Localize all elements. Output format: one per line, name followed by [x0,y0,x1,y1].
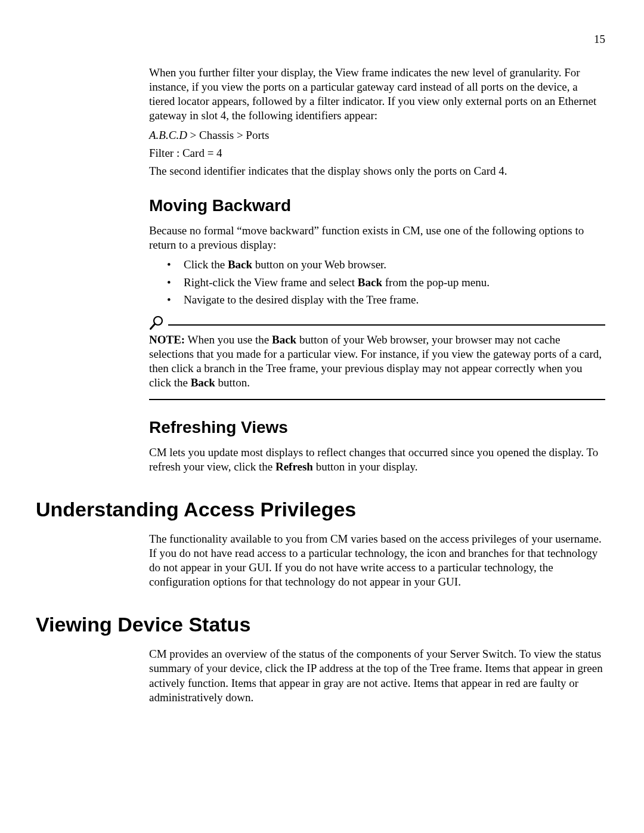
magnifier-icon [149,315,165,330]
bullet-text: Navigate to the desired display with the… [184,293,419,306]
heading-access-privileges: Understanding Access Privileges [36,498,608,521]
refresh-post: button in your display. [313,460,418,473]
device-status-block: CM provides an overview of the status of… [149,647,605,705]
bullet-text-post: button on your Web browser. [252,258,386,271]
note-label: NOTE: [149,333,185,346]
moving-backward-section: Moving Backward Because no formal “move … [149,196,605,474]
page: 15 When you further filter your display,… [0,0,644,833]
note-seg3: button. [215,376,250,389]
note-text: NOTE: When you use the Back button of yo… [149,333,605,391]
bullet-text-bold: Back [228,258,252,271]
locator-line: A.B.C.D > Chassis > Ports [149,128,605,143]
note-rule-bottom [149,399,605,400]
note-bold1: Back [272,333,296,346]
heading-device-status: Viewing Device Status [36,613,608,636]
moving-backward-intro: Because no formal “move backward” functi… [149,224,605,252]
bullet-text-bold: Back [358,276,382,289]
page-content: When you further filter your display, th… [36,66,608,705]
note-seg1: When you use the [185,333,272,346]
note-block: NOTE: When you use the Back button of yo… [149,315,605,400]
svg-line-1 [151,324,155,329]
heading-moving-backward: Moving Backward [149,196,605,215]
access-privileges-block: The functionality available to you from … [149,532,605,590]
note-icon-row [149,315,605,330]
heading-refreshing-views: Refreshing Views [149,418,605,437]
filter-line: Filter : Card = 4 [149,146,605,160]
device-status-paragraph: CM provides an overview of the status of… [149,647,605,705]
moving-backward-list: Click the Back button on your Web browse… [149,257,605,308]
page-number: 15 [594,33,605,46]
intro-block: When you further filter your display, th… [149,66,605,178]
note-bold2: Back [191,376,215,389]
list-item: Navigate to the desired display with the… [167,292,605,308]
bullet-text-pre: Right-click the View frame and select [184,276,358,289]
locator-rest: > Chassis > Ports [187,129,270,141]
intro-paragraph-1: When you further filter your display, th… [149,66,605,123]
bullet-text-pre: Click the [184,258,228,271]
refresh-bold: Refresh [275,460,313,473]
access-privileges-paragraph: The functionality available to you from … [149,532,605,590]
note-rule-top [168,324,605,326]
locator-italic: A.B.C.D [149,129,187,141]
list-item: Click the Back button on your Web browse… [167,257,605,272]
bullet-text-post: from the pop-up menu. [382,276,490,289]
list-item: Right-click the View frame and select Ba… [167,275,605,290]
refreshing-views-paragraph: CM lets you update most displays to refl… [149,445,605,474]
intro-paragraph-2: The second identifier indicates that the… [149,164,605,178]
